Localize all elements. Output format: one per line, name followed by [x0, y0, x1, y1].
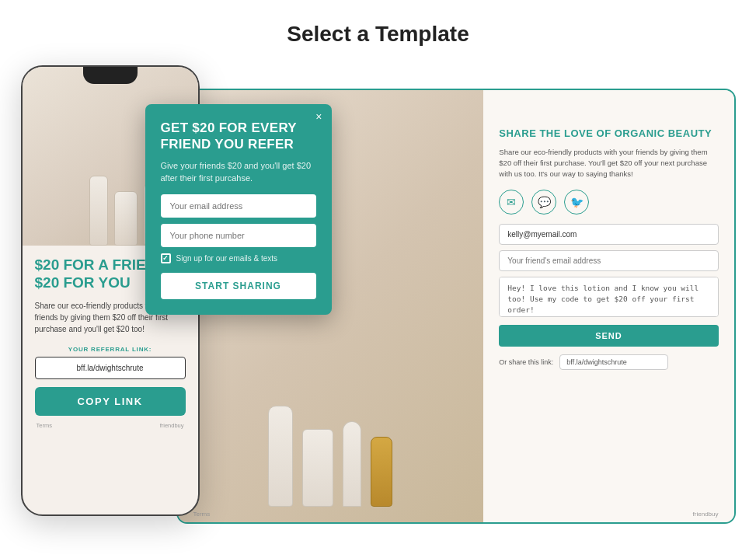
popup-checkbox[interactable]	[161, 253, 171, 263]
desktop-right-panel: SHARE THE LOVE OF ORGANIC BEAUTY Share o…	[483, 90, 733, 522]
mobile-referral-label: YOUR REFERRAL LINK:	[35, 346, 186, 353]
bottle-1	[89, 176, 108, 246]
mobile-terms: Terms	[37, 422, 52, 429]
desktop-brand: friendbuy	[693, 511, 719, 518]
desktop-message-textarea[interactable]: Hey! I love this lotion and I know you w…	[499, 277, 718, 317]
desktop-bottle-2	[302, 429, 333, 507]
chat-share-icon[interactable]: 💬	[531, 190, 556, 214]
popup-phone-input[interactable]	[161, 224, 316, 247]
mobile-copy-button[interactable]: COPY LINK	[35, 387, 186, 416]
desktop-social-icons: ✉ 💬 🐦	[499, 190, 718, 214]
mobile-link-display: bff.la/dwightschrute	[35, 357, 186, 379]
desktop-share-link-label: Or share this link:	[499, 358, 553, 366]
desktop-send-button[interactable]: SEND	[499, 325, 718, 347]
templates-container: $20 FOR A FRIEND & $20 FOR YOU Share our…	[21, 65, 736, 547]
mobile-footer: Terms friendbuy	[35, 422, 186, 429]
popup-description: Give your friends $20 and you'll get $20…	[161, 159, 316, 185]
desktop-terms: Terms	[193, 511, 211, 518]
popup-cta-button[interactable]: START SHARING	[161, 273, 316, 299]
desktop-bottle-1	[268, 406, 293, 507]
popup-title: GET $20 FOR EVERY FRIEND YOU REFER	[161, 120, 316, 153]
twitter-share-icon[interactable]: 🐦	[564, 190, 589, 214]
desktop-share-desc: Share our eco-friendly products with you…	[499, 147, 718, 180]
mobile-brand: friendbuy	[160, 422, 184, 429]
desktop-share-title: SHARE THE LOVE OF ORGANIC BEAUTY	[499, 127, 718, 141]
desktop-friend-email-input[interactable]	[499, 250, 718, 271]
mobile-notch	[83, 67, 138, 84]
desktop-bottle-3	[343, 421, 361, 507]
desktop-bottles	[268, 406, 392, 522]
email-share-icon[interactable]: ✉	[499, 190, 524, 214]
desktop-bottle-gold	[371, 437, 392, 507]
page-title: Select a Template	[287, 22, 469, 47]
popup-close-button[interactable]: ×	[315, 110, 322, 123]
popup-overlay: × GET $20 FOR EVERY FRIEND YOU REFER Giv…	[145, 104, 332, 315]
bottle-2	[114, 191, 138, 246]
popup-checkbox-row: Sign up for our emails & texts	[161, 253, 316, 263]
desktop-share-link-row: Or share this link:	[499, 354, 718, 370]
popup-email-input[interactable]	[161, 194, 316, 218]
desktop-email-input[interactable]	[499, 224, 718, 245]
desktop-link-input[interactable]	[559, 354, 668, 370]
popup-checkbox-label: Sign up for our emails & texts	[176, 254, 278, 263]
desktop-footer: Terms friendbuy	[193, 511, 719, 518]
